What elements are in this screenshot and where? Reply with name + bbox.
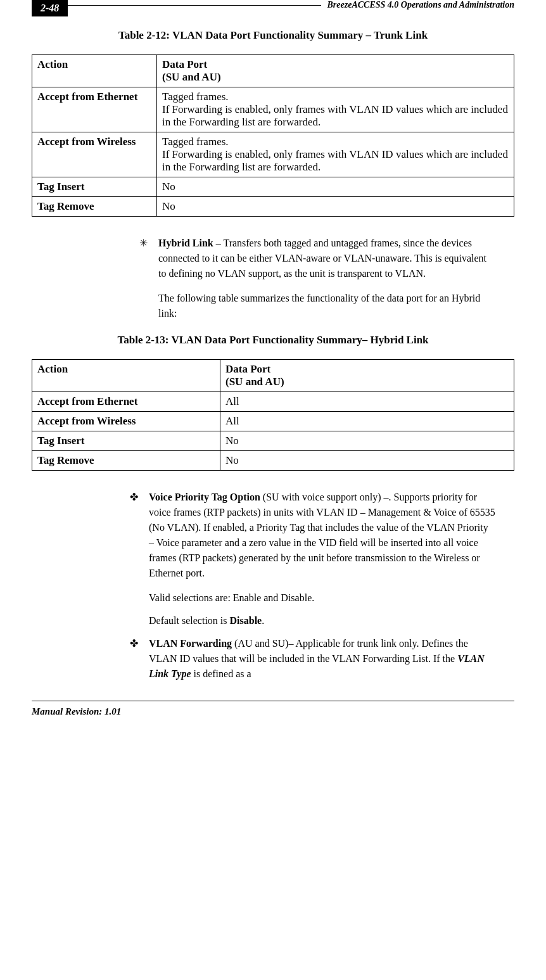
asterisk-icon: ✳ [139, 236, 158, 281]
hybrid-link-title: Hybrid Link [158, 238, 213, 248]
bullet-vlan-forwarding: ✤ VLAN Forwarding (AU and SU)– Applicabl… [130, 636, 495, 682]
vlan-forwarding-title: VLAN Forwarding [149, 638, 232, 649]
table-trunk-link: Action Data Port (SU and AU) Accept from… [32, 54, 514, 217]
table-hybrid-link: Action Data Port (SU and AU) Accept from… [32, 359, 514, 471]
table1-header-action: Action [32, 55, 157, 87]
table-row: Tag Insert No [32, 431, 514, 451]
table-row: Accept from Ethernet All [32, 392, 514, 412]
voice-para2: Valid selections are: Enable and Disable… [149, 590, 495, 606]
table2-header-action: Action [32, 360, 220, 392]
table1-header-dataport: Data Port (SU and AU) [157, 55, 514, 87]
voice-para3: Default selection is Disable. [149, 613, 495, 628]
table1-caption: Table 2-12: VLAN Data Port Functionality… [32, 29, 514, 42]
table-row: Accept from Wireless All [32, 412, 514, 431]
page-header: 2-48 BreezeACCESS 4.0 Operations and Adm… [32, 0, 514, 16]
table-row: Accept from Ethernet Tagged frames. If F… [32, 87, 514, 132]
vlan-forwarding-text-post: is defined as a [191, 668, 251, 679]
table-row: Tag Remove No [32, 451, 514, 471]
voice-priority-text: (SU with voice support only) –. Supports… [149, 492, 495, 578]
cross-icon: ✤ [130, 490, 149, 581]
table-row: Tag Remove No [32, 197, 514, 217]
table-row: Accept from Wireless Tagged frames. If F… [32, 132, 514, 177]
table2-caption: Table 2-13: VLAN Data Port Functionality… [32, 334, 514, 347]
header-title: BreezeACCESS 4.0 Operations and Administ… [327, 0, 515, 10]
table2-header-dataport: Data Port (SU and AU) [220, 360, 514, 392]
manual-revision: Manual Revision: 1.01 [32, 706, 514, 717]
cross-icon: ✤ [130, 636, 149, 682]
table-row: Tag Insert No [32, 177, 514, 197]
page-number: 2-48 [32, 0, 68, 16]
hybrid-para2: The following table summarizes the funct… [158, 291, 495, 321]
voice-priority-title: Voice Priority Tag Option [149, 492, 260, 502]
page-footer: Manual Revision: 1.01 [32, 701, 514, 717]
bullet-voice-priority: ✤ Voice Priority Tag Option (SU with voi… [130, 490, 495, 581]
bullet-hybrid-link: ✳ Hybrid Link – Transfers both tagged an… [139, 236, 495, 281]
